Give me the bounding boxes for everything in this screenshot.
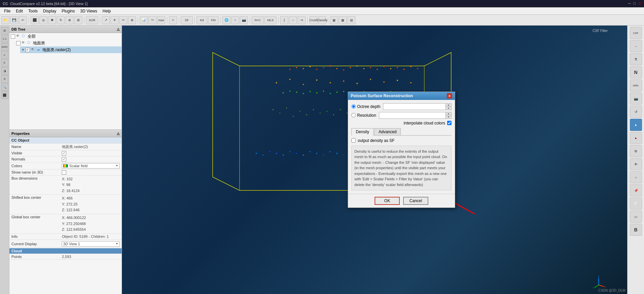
menu-item-file[interactable]: File	[1, 8, 13, 14]
lnav-6[interactable]: ◑	[1, 67, 8, 75]
lnav-9[interactable]: ⬛	[1, 91, 8, 99]
resolution-radio[interactable]: Resolution	[351, 113, 376, 118]
tb-globe[interactable]: 🌐	[222, 16, 230, 24]
colors-dropdown[interactable]: Scalar field ▼	[62, 163, 120, 169]
rsb-reddot[interactable]: ●	[630, 132, 642, 144]
resolution-radio-input[interactable]	[351, 113, 356, 117]
output-density-checkbox[interactable]	[351, 138, 356, 143]
tb-classify[interactable]: Classify	[318, 16, 326, 24]
interpolate-checkbox[interactable]	[447, 121, 452, 125]
tb-arr2[interactable]: ⇒	[298, 16, 306, 24]
tb-arrow[interactable]: ↗	[102, 16, 110, 24]
maximize-btn[interactable]: □	[633, 1, 636, 6]
rsb-eye[interactable]: 👁	[630, 158, 642, 170]
tb-3[interactable]: ✖	[48, 16, 56, 24]
tb-x[interactable]: ⊗	[128, 16, 136, 24]
tb-cross[interactable]: ✛	[111, 16, 119, 24]
tb-mls[interactable]: MLS	[264, 16, 276, 24]
tb-fm[interactable]: FM	[208, 16, 219, 24]
tb-crush[interactable]: Crush	[309, 16, 317, 24]
rsb-photo[interactable]: 📷	[630, 93, 642, 105]
rsb-rect[interactable]: ▭	[630, 211, 642, 223]
tb-6[interactable]: ⊞	[74, 16, 82, 24]
menu-item-edit[interactable]: Edit	[13, 8, 26, 14]
octree-depth-down[interactable]: ▼	[446, 107, 451, 110]
tb-arr1[interactable]: →	[289, 16, 297, 24]
tb-sigma[interactable]: ∫	[280, 16, 288, 24]
lnav-1[interactable]: ⊞	[1, 27, 8, 34]
visible-checkbox[interactable]: ✓	[62, 151, 66, 155]
rsb-rotate[interactable]: ↺	[630, 106, 642, 118]
tb-wave[interactable]: 〜	[148, 16, 157, 24]
db-tree-collapse[interactable]: △	[117, 27, 120, 31]
tree-checkbox-root[interactable]	[11, 34, 15, 39]
tb-npc[interactable]: N+C	[252, 16, 264, 24]
menu-item-3dviews[interactable]: 3D Views	[78, 8, 100, 14]
tree-item-root[interactable]: 👁 ⬡ 全部	[9, 33, 122, 40]
tab-density[interactable]: Density	[351, 128, 374, 136]
octree-depth-input[interactable]: 8	[383, 104, 445, 110]
tb-plus[interactable]: +	[169, 16, 177, 24]
resolution-down[interactable]: ▼	[446, 115, 451, 118]
tb-colors[interactable]: ▦	[330, 16, 338, 24]
tb-sphere[interactable]: ○	[231, 16, 239, 24]
lnav-4[interactable]: ↙	[1, 51, 8, 59]
rsb-gear2[interactable]: ⚙	[630, 145, 642, 157]
tree-checkbox-layer[interactable]	[16, 41, 20, 45]
tb-kd[interactable]: Kd	[197, 16, 207, 24]
rsb-b[interactable]: B	[630, 224, 642, 236]
octree-depth-spinbox[interactable]: 8 ▲ ▼	[383, 103, 452, 110]
octree-depth-radio[interactable]: Octree depth	[351, 104, 380, 109]
properties-collapse[interactable]: △	[117, 132, 120, 135]
tb-undo[interactable]: ↩	[19, 16, 27, 24]
tab-advanced[interactable]: Advanced	[374, 128, 401, 135]
tree-item-layer[interactable]: 👁 ⬡ 地面类	[15, 40, 122, 46]
tb-1[interactable]: ⬛	[31, 16, 39, 24]
rsb-arrow[interactable]: →	[630, 40, 642, 52]
close-btn[interactable]: ✕	[638, 1, 641, 6]
resolution-up[interactable]: ▲	[446, 112, 451, 115]
tb-bar[interactable]: 📊	[140, 16, 148, 24]
tb-2[interactable]: ◎	[39, 16, 47, 24]
tree-item-cloud[interactable]: ▼ ✓ 👁 ☁ 地面类.raster(2)	[20, 46, 122, 53]
tb-cam[interactable]: 📷	[240, 16, 248, 24]
rsb-circle[interactable]: ○	[630, 171, 642, 183]
cancel-button[interactable]: Cancel	[403, 197, 428, 205]
tb-scissors[interactable]: ✂	[119, 16, 127, 24]
tb-sor[interactable]: SOR	[86, 16, 98, 24]
octree-depth-radio-input[interactable]	[351, 104, 356, 109]
menu-item-plugins[interactable]: Plugins	[59, 8, 77, 14]
rsb-filter[interactable]: ⚗	[630, 53, 642, 65]
lnav-7[interactable]: ✛	[1, 75, 8, 83]
rsb-n[interactable]: N	[630, 66, 642, 78]
tb-save[interactable]: 💾	[10, 16, 18, 24]
tb-5[interactable]: ⊕	[66, 16, 74, 24]
menu-item-display[interactable]: Display	[40, 8, 59, 14]
viewport[interactable]: CSF Filter Z X Y CSDN @3D_DLW Poisson Su…	[122, 26, 627, 294]
lnav-8[interactable]: 🔍	[1, 83, 8, 91]
menu-item-help[interactable]: Help	[100, 8, 114, 14]
dialog-close-button[interactable]: ×	[447, 93, 452, 99]
lnav-3[interactable]: auto	[1, 43, 8, 50]
octree-depth-up[interactable]: ▲	[446, 104, 451, 107]
rsb-hrk[interactable]: HRK	[630, 79, 642, 91]
tb-colors3[interactable]: ▤	[347, 16, 355, 24]
minimize-btn[interactable]: ─	[628, 1, 631, 6]
resolution-spinbox[interactable]: 0.713215 ▲ ▼	[379, 112, 452, 119]
tb-4[interactable]: ↻	[57, 16, 65, 24]
rsb-sphere[interactable]: ●	[630, 119, 642, 131]
props-scroll[interactable]: CC Object Name 地面类.raster(2) Visible ✓	[9, 137, 122, 294]
resolution-input[interactable]: 0.713215	[379, 112, 445, 118]
lnav-2[interactable]: 1:1	[1, 35, 8, 42]
tb-open[interactable]: 📁	[1, 16, 9, 24]
rsb-pin[interactable]: 📌	[630, 184, 642, 196]
tree-checkbox-cloud[interactable]: ✓	[26, 48, 30, 52]
rsb-csf[interactable]: CSF	[630, 27, 642, 39]
ok-button[interactable]: OK	[375, 197, 400, 205]
tb-max[interactable]: max	[157, 16, 165, 24]
tb-colors2[interactable]: ▩	[339, 16, 347, 24]
current-display-dropdown[interactable]: 3D View 1 ▼	[62, 241, 120, 247]
lnav-5[interactable]: F	[1, 59, 8, 67]
tb-sf[interactable]: SF	[181, 16, 193, 24]
rsb-box3d[interactable]: ⬜	[630, 197, 642, 210]
